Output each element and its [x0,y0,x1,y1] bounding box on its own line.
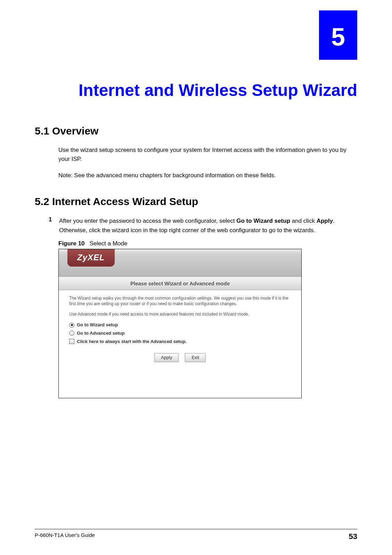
checkbox-icon [69,339,74,344]
page-number: 53 [349,532,357,541]
radio-advanced-label: Go to Advanced setup [77,330,124,336]
step1-part2: and click [290,218,317,224]
dialog-title: Please select Wizard or Advanced mode [59,277,301,290]
radio-icon [69,323,74,328]
logo-tab: ZyXEL [67,249,115,267]
figure-caption-text: Select a Mode [90,240,128,247]
radio-wizard-label: Go to Wizard setup [77,322,118,328]
radio-wizard-setup[interactable]: Go to Wizard setup [69,322,291,328]
footer-guide-name: P-660N-T1A User's Guide [35,532,95,541]
figure-caption: Figure 10 Select a Mode [58,240,357,247]
dialog-buttons: Apply Exit [69,353,291,362]
step-1: 1 After you enter the password to access… [49,216,357,235]
dialog-body: Please select Wizard or Advanced mode Th… [59,277,301,398]
page-footer: P-660N-T1A User's Guide 53 [35,529,357,541]
overview-body: Use the wizard setup screens to configur… [58,146,357,163]
step-number: 1 [49,216,54,235]
zyxel-logo: ZyXEL [77,253,105,262]
step1-bold1: Go to Wizard setup [236,218,290,224]
checkbox-always-advanced[interactable]: Click here to always start with the Adva… [69,338,291,345]
checkbox-label: Click here to always start with the Adva… [77,338,187,345]
screenshot-header: ZyXEL [59,249,301,277]
dialog-para2: Use Advanced mode if you need access to … [69,311,291,317]
exit-button[interactable]: Exit [185,353,206,362]
section-heading-overview: 5.1 Overview [35,125,357,137]
section-heading-access-wizard: 5.2 Internet Access Wizard Setup [35,196,357,207]
figure-label: Figure 10 [58,240,85,247]
chapter-number: 5 [331,24,345,49]
step1-part1: After you enter the password to access t… [59,218,236,224]
chapter-title: Internet and Wireless Setup Wizard [35,80,357,101]
dialog-para1: The Wizard setup walks you through the m… [69,295,291,307]
figure-screenshot: ZyXEL Please select Wizard or Advanced m… [58,249,302,398]
step1-bold2: Apply [317,218,333,224]
chapter-number-box: 5 [319,10,357,60]
overview-note: Note: See the advanced menu chapters for… [58,171,357,180]
radio-advanced-setup[interactable]: Go to Advanced setup [69,330,291,336]
step-text: After you enter the password to access t… [59,216,357,235]
apply-button[interactable]: Apply [154,353,179,362]
dialog-content: The Wizard setup walks you through the m… [59,290,301,366]
radio-icon [69,330,74,336]
